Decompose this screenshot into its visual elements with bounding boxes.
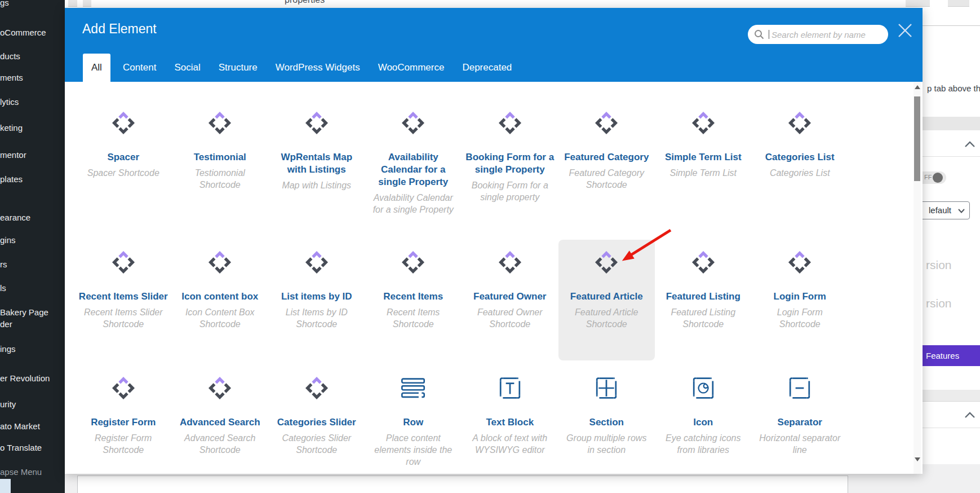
element-card-categories-slider[interactable]: Categories SliderCategories Slider Short… [268, 367, 365, 456]
element-card-availability-calendar-for-a-single-property[interactable]: Availability Calendar for a single Prope… [365, 102, 462, 215]
sidebar-item-gins[interactable]: gins [0, 234, 65, 246]
element-description: Advanced Search Shortcode [172, 432, 269, 456]
element-title: Icon [655, 416, 752, 429]
element-card-text-block[interactable]: Text BlockA block of text with WYSIWYG e… [462, 367, 558, 456]
page-background [923, 464, 980, 493]
wpb-diamond-icon [268, 375, 365, 402]
sidebar-item-ls[interactable]: ls [0, 282, 65, 294]
element-card-row[interactable]: RowPlace content elements inside the row [365, 367, 462, 468]
element-card-testimonial[interactable]: TestimonialTestiomonial Shortcode [172, 102, 269, 191]
features-button[interactable]: Features [923, 345, 980, 366]
element-card-icon-content-box[interactable]: Icon content boxIcon Content Box Shortco… [172, 241, 269, 330]
sidebar-item-mentor[interactable]: mentor [0, 149, 65, 161]
scrollbar[interactable] [914, 82, 921, 474]
scroll-down-arrow-icon[interactable] [915, 457, 920, 461]
sidebar-item-urity[interactable]: urity [0, 398, 65, 410]
element-card-recent-items[interactable]: Recent ItemsRecent Items Shortcode [365, 241, 462, 330]
element-card-featured-category[interactable]: Featured CategoryFeatured Category Short… [558, 102, 655, 191]
wpb-diamond-icon [172, 375, 269, 402]
onoff-toggle[interactable]: FF [923, 171, 946, 184]
sidebar-item-plates[interactable]: plates [0, 173, 65, 185]
element-title: Featured Category [558, 151, 655, 164]
element-description: Featured Listing Shortcode [655, 306, 752, 330]
tab-structure[interactable]: Structure [219, 54, 258, 82]
sidebar-item-ings[interactable]: ings [0, 343, 65, 355]
background-tab [948, 0, 969, 7]
separator-icon [752, 375, 849, 402]
modal-tabs: AllContentSocialStructureWordPress Widge… [83, 54, 530, 82]
element-title: Recent Items Slider [75, 290, 172, 303]
sidebar-item-ducts[interactable]: ducts [0, 50, 65, 62]
element-card-separator[interactable]: SeparatorHorizontal separator line [752, 367, 849, 456]
element-card-login-form[interactable]: Login FormLogin Form Shortcode [752, 241, 849, 330]
chevron-up-icon[interactable] [964, 141, 975, 148]
sidebar-item-keting[interactable]: keting [0, 122, 65, 134]
element-card-wprentals-map-with-listings[interactable]: WpRentals Map with ListingsMap with List… [268, 102, 365, 191]
sidebar-item-ato-market[interactable]: ato Market [0, 420, 65, 432]
tab-deprecated[interactable]: Deprecated [462, 54, 512, 82]
sidebar-item-earance[interactable]: earance [0, 212, 65, 223]
default-dropdown[interactable]: lefault [923, 201, 970, 219]
element-title: Featured Article [558, 290, 655, 303]
section-icon [558, 375, 655, 402]
sidebar-item-rs[interactable]: rs [0, 258, 65, 270]
element-title: Availability Calendar for a single Prope… [365, 151, 462, 188]
version-text: rsion [926, 258, 952, 272]
scrollbar-thumb[interactable] [914, 96, 920, 181]
element-description: A block of text with WYSIWYG editor [462, 432, 558, 456]
divider [923, 428, 980, 428]
tab-content[interactable]: Content [123, 54, 157, 82]
element-card-featured-article[interactable]: Featured ArticleFeatured Article Shortco… [558, 240, 655, 360]
sidebar-item-gs[interactable]: gs [0, 0, 65, 8]
wpb-diamond-icon [268, 249, 365, 276]
tab-social[interactable]: Social [174, 54, 200, 82]
divider [923, 25, 980, 26]
wpb-diamond-icon [558, 109, 655, 137]
background-text-clip: properties [285, 0, 386, 8]
element-card-featured-listing[interactable]: Featured ListingFeatured Listing Shortco… [655, 241, 752, 330]
element-card-list-items-by-id[interactable]: List items by IDList Items by ID Shortco… [268, 241, 365, 330]
element-card-booking-form-for-a-single-property[interactable]: Booking Form for a single PropertyBookin… [462, 102, 558, 203]
element-title: List items by ID [268, 290, 365, 303]
element-description: Login Form Shortcode [752, 306, 849, 330]
element-description: Place content elements inside the row [365, 432, 462, 468]
background-settings-panel: p tab above th FF lefault rsion rsion Fe… [923, 0, 980, 493]
sidebar-item-lytics[interactable]: lytics [0, 96, 65, 108]
element-card-register-form[interactable]: Register FormRegister Form Shortcode [75, 367, 172, 456]
element-description: Featured Category Shortcode [558, 167, 655, 191]
element-card-icon[interactable]: IconEye catching icons from libraries [655, 367, 752, 456]
scroll-up-arrow-icon[interactable] [915, 85, 920, 89]
sidebar-item-apse-menu[interactable]: apse Menu [0, 466, 65, 478]
background-bottom-strip [65, 474, 980, 493]
tab-woocommerce[interactable]: WooCommerce [378, 54, 445, 82]
element-card-categories-list[interactable]: Categories ListCategories List [752, 102, 849, 179]
tab-wordpress-widgets[interactable]: WordPress Widgets [276, 54, 360, 82]
element-card-recent-items-slider[interactable]: Recent Items SliderRecent Items Slider S… [75, 241, 172, 330]
wpb-diamond-icon [75, 109, 172, 137]
add-element-modal: Add Element AllContentSocialStructureWor… [65, 8, 923, 474]
element-title: Testimonial [172, 151, 269, 164]
chevron-up-icon[interactable] [964, 412, 975, 419]
element-card-section[interactable]: SectionGroup multiple rows in section [558, 367, 655, 456]
element-card-simple-term-list[interactable]: Simple Term ListSimple Term List [655, 102, 752, 179]
wpb-diamond-icon [172, 109, 269, 137]
element-card-featured-owner[interactable]: Featured OwnerFeatured Owner Shortcode [462, 241, 558, 330]
element-card-spacer[interactable]: SpacerSpacer Shortcode [75, 102, 172, 179]
element-title: Login Form [752, 290, 849, 303]
element-description: Categories List [752, 167, 849, 179]
wpb-diamond-icon [462, 109, 558, 137]
search-input[interactable] [770, 25, 883, 44]
tab-all[interactable]: All [83, 54, 110, 82]
search-box[interactable] [748, 25, 888, 44]
grid-row: SpacerSpacer Shortcode TestimonialTestio… [75, 102, 848, 215]
sidebar-item-er-revolution[interactable]: er Revolution [0, 372, 65, 384]
element-card-advanced-search[interactable]: Advanced SearchAdvanced Search Shortcode [172, 367, 269, 456]
sidebar-item-bakery-page-der[interactable]: Bakery Page der [0, 306, 65, 330]
grid-row: Register FormRegister Form Shortcode Adv… [75, 367, 848, 468]
divider [923, 156, 980, 157]
wpb-diamond-icon [268, 109, 365, 137]
sidebar-item-ments[interactable]: ments [0, 72, 65, 83]
sidebar-item-ocommerce[interactable]: oCommerce [0, 27, 65, 38]
close-icon[interactable] [897, 23, 913, 38]
sidebar-item-o-translate[interactable]: o Translate [0, 442, 65, 454]
